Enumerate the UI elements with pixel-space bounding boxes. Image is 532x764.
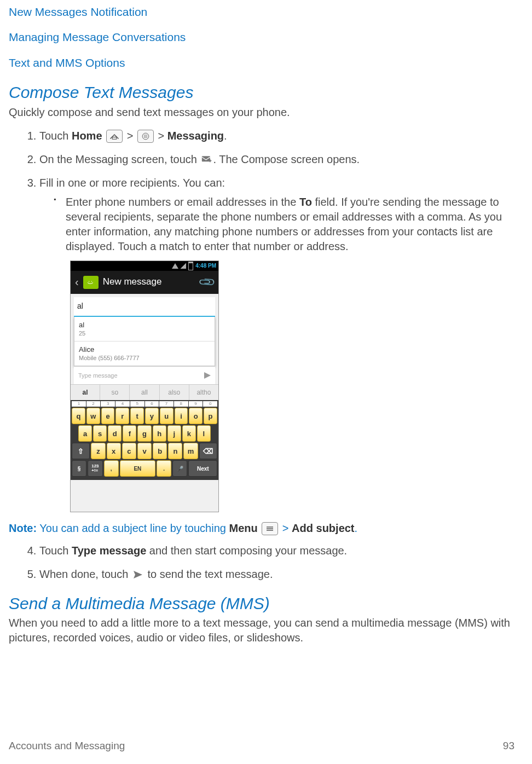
key-d[interactable]: d <box>108 425 122 442</box>
key-x[interactable]: x <box>107 443 121 459</box>
suggestion-2-sub: Mobile (555) 666-7777 <box>79 354 210 362</box>
key-k[interactable]: k <box>182 425 196 442</box>
battery-icon <box>188 262 193 270</box>
step2-text-a: On the Messaging screen, touch <box>39 153 200 165</box>
bullet-to: To <box>299 196 312 208</box>
num-4: 4 <box>115 401 130 407</box>
key-l[interactable]: l <box>197 425 211 442</box>
key-y[interactable]: y <box>145 408 159 424</box>
keyboard-row-4: § 123 +!= , EN . 🎤 Next <box>72 460 217 477</box>
num-9: 9 <box>189 401 203 407</box>
note-add-subject: Add subject <box>292 522 354 534</box>
step-3: Fill in one or more recipients. You can:… <box>39 176 514 512</box>
suggestion-1[interactable]: al 25 <box>74 317 215 342</box>
key-i[interactable]: i <box>175 408 188 424</box>
key-e[interactable]: e <box>101 408 115 424</box>
footer-page-number: 93 <box>503 739 514 753</box>
predict-2[interactable]: all <box>130 385 159 400</box>
heading-compose-text: Compose Text Messages <box>9 82 514 104</box>
key-a[interactable]: a <box>78 425 92 442</box>
step5-a: When done, touch <box>39 568 131 580</box>
num-1: 1 <box>72 401 86 407</box>
key-period[interactable]: . <box>157 460 171 477</box>
messaging-app-icon <box>83 276 99 289</box>
key-mic[interactable]: 🎤 <box>172 460 187 477</box>
step1-period: . <box>224 130 227 142</box>
key-h[interactable]: h <box>153 425 166 442</box>
link-managing-conversations[interactable]: Managing Message Conversations <box>9 30 514 45</box>
step1-gt2: > <box>158 130 167 142</box>
svg-point-10 <box>146 137 147 138</box>
note-label: Note: <box>9 522 37 534</box>
phone-screenshot: 4:48 PM ‹ New message 📎 al al 25 Alice M… <box>70 261 219 512</box>
key-next[interactable]: Next <box>188 460 217 477</box>
num-0: 0 <box>203 401 217 407</box>
keyboard: 1234567890 qwertyuiop asdfghjkl ⇧zxcvbnm… <box>71 400 218 480</box>
key-shift[interactable]: ⇧ <box>72 443 90 459</box>
wifi-icon <box>172 263 178 269</box>
key-q[interactable]: q <box>72 408 85 424</box>
intro-mms: When you need to add a little more to a … <box>9 616 514 645</box>
key-j[interactable]: j <box>167 425 181 442</box>
step1-home: Home <box>72 130 102 142</box>
key-b[interactable]: b <box>153 443 167 459</box>
prediction-bar: al so all also altho <box>71 384 218 400</box>
key-n[interactable]: n <box>168 443 182 459</box>
key-r[interactable]: r <box>115 408 129 424</box>
key-p[interactable]: p <box>204 408 217 424</box>
svg-point-2 <box>144 135 145 136</box>
key-t[interactable]: t <box>130 408 144 424</box>
key-u[interactable]: u <box>160 408 174 424</box>
keyboard-row-2: asdfghjkl <box>72 425 217 442</box>
suggestion-2-name: Alice <box>79 345 210 355</box>
intro-compose: Quickly compose and send text messages o… <box>9 105 514 120</box>
header-title: New message <box>103 276 196 288</box>
step-2: On the Messaging screen, touch . The Com… <box>39 152 514 167</box>
suggestion-2[interactable]: Alice Mobile (555) 666-7777 <box>74 342 215 366</box>
step4-a: Touch <box>39 545 72 557</box>
key-o[interactable]: o <box>189 408 203 424</box>
keyboard-row-1: qwertyuiop <box>72 408 217 424</box>
link-text-mms-options[interactable]: Text and MMS Options <box>9 55 514 71</box>
back-icon[interactable]: ‹ <box>75 275 79 290</box>
svg-point-7 <box>146 136 147 137</box>
predict-0[interactable]: al <box>71 385 100 400</box>
to-field[interactable]: al <box>74 297 215 317</box>
key-z[interactable]: z <box>91 443 105 459</box>
svg-point-5 <box>144 136 145 137</box>
key-space[interactable]: EN <box>120 460 155 477</box>
clock: 4:48 PM <box>195 262 216 270</box>
svg-rect-0 <box>112 137 117 140</box>
svg-point-8 <box>144 137 145 138</box>
key-s[interactable]: s <box>93 425 107 442</box>
heading-mms: Send a Multimedia Message (MMS) <box>9 593 514 615</box>
num-5: 5 <box>130 401 144 407</box>
key-w[interactable]: w <box>86 408 100 424</box>
type-placeholder: Type message <box>78 372 118 380</box>
key-g[interactable]: g <box>137 425 151 442</box>
key-m[interactable]: m <box>183 443 198 459</box>
key-swype[interactable]: § <box>72 460 86 477</box>
predict-1[interactable]: so <box>100 385 130 400</box>
send-icon[interactable] <box>204 372 211 379</box>
key-c[interactable]: c <box>122 443 136 459</box>
note-a: You can add a subject line by touching <box>37 522 229 534</box>
send-icon <box>132 570 143 580</box>
step-4: Touch Type message and then start compos… <box>39 543 514 558</box>
footer-section: Accounts and Messaging <box>9 739 125 753</box>
key-f[interactable]: f <box>123 425 136 442</box>
key-123[interactable]: 123 +!= <box>88 460 102 477</box>
link-new-messages[interactable]: New Messages Notification <box>9 4 514 20</box>
attach-icon[interactable]: 📎 <box>197 272 217 292</box>
key-comma[interactable]: , <box>104 460 119 477</box>
key-backspace[interactable]: ⌫ <box>199 443 217 459</box>
num-7: 7 <box>159 401 174 407</box>
predict-4[interactable]: altho <box>189 385 218 400</box>
type-message-bar[interactable]: Type message <box>74 366 215 384</box>
predict-3[interactable]: also <box>160 385 189 400</box>
step3-text: Fill in one or more recipients. You can: <box>39 177 225 189</box>
key-v[interactable]: v <box>137 443 152 459</box>
steps-list-continued: Touch Type message and then start compos… <box>9 543 514 582</box>
num-2: 2 <box>86 401 101 407</box>
num-8: 8 <box>174 401 188 407</box>
